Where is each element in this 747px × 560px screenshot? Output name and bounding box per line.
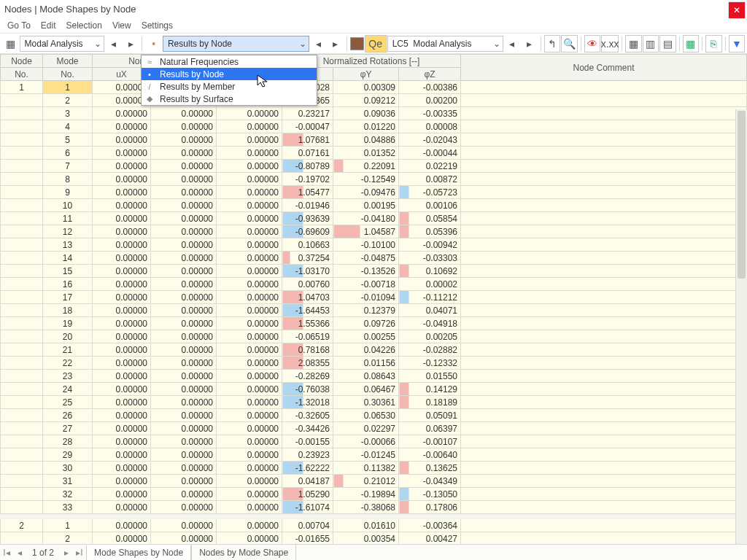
data-grid[interactable]: Node Mode Normalized Displacements [--] … [0,54,747,544]
table-row[interactable]: 240.000000.000000.00000-0.760380.064670.… [1,383,747,396]
menu-view[interactable]: View [108,19,136,32]
tool-find[interactable]: 🔍 [561,35,578,52]
nav-prev[interactable]: ◂ [13,548,26,558]
table-row[interactable]: 270.000000.000000.00000-0.344260.022970.… [1,422,747,435]
tool-table3[interactable]: ▤ [659,35,676,52]
tool-select[interactable]: ↰ [544,35,561,52]
table-row[interactable]: 140.000000.000000.000000.37254-0.04875-0… [1,252,747,265]
table-row[interactable]: 280.000000.000000.00000-0.00155-0.00066-… [1,435,747,448]
scrollbar-thumb[interactable] [738,111,746,279]
dd-results-node[interactable]: •Results by Node [142,68,317,80]
tool-table2[interactable]: ▥ [643,35,659,52]
close-icon: ✕ [733,5,740,15]
table-row[interactable]: 30.000000.000000.000000.232170.09036-0.0… [1,107,747,120]
table-row[interactable]: 210.000000.000000.000000.781680.04226-0.… [1,343,747,357]
table-row[interactable]: 250.000000.000000.00000-1.320180.303610.… [1,396,747,409]
surface-icon: ◆ [144,94,155,104]
table-row[interactable]: 260.000000.000000.00000-0.326050.065300.… [1,409,747,422]
col-comment[interactable]: Node Comment [461,55,747,81]
nav-first[interactable]: I◂ [0,548,13,558]
table-row[interactable]: 130.000000.000000.000000.10663-0.10100-0… [1,238,747,252]
toolbar: ▦ Modal Analysis⌄ ◂ ▸ • Results by Node⌄… [0,33,747,54]
table-row[interactable]: 100.000000.000000.00000-0.019460.001950.… [1,199,747,212]
table-row[interactable]: 170.000000.000000.000001.04703-0.01094-0… [1,291,747,304]
prev-analysis[interactable]: ◂ [105,35,122,52]
window-title: Nodes | Mode Shapes by Node [4,4,136,15]
table-row[interactable]: 80.000000.000000.00000-0.19702-0.125490.… [1,173,747,186]
combo-analysis[interactable]: Modal Analysis⌄ [20,36,105,52]
table-row[interactable]: 120.000000.000000.00000-0.696091.045870.… [1,225,747,238]
table-row[interactable]: 190.000000.000000.000001.553660.09726-0.… [1,317,747,330]
table-row[interactable]: 210.000000.000000.000000.007040.01610-0.… [1,519,747,532]
line-icon: / [144,82,155,92]
table-row[interactable]: 180.000000.000000.00000-1.644530.123790.… [1,304,747,317]
tool-export[interactable]: ⎘ [705,35,722,52]
table-row[interactable]: 70.000000.000000.00000-0.807890.220910.0… [1,160,747,173]
col-node[interactable]: Node [1,55,43,68]
table-row[interactable]: 110.000000.000000.00000-0.000280.00309-0… [1,81,747,94]
nav-last[interactable]: ▸I [73,548,86,558]
table-row[interactable]: 200.000000.000000.00000-0.065190.002550.… [1,330,747,343]
results-dropdown: ≈Natural Frequencies •Results by Node /R… [141,55,317,106]
tool-view[interactable]: 👁 [584,35,601,52]
dd-results-member[interactable]: /Results by Member [142,80,317,93]
table-row[interactable]: 20.000000.000000.00000-0.016550.003540.0… [1,532,747,544]
table-row[interactable]: 300.000000.000000.00000-1.622220.113820.… [1,462,747,475]
prev-result[interactable]: ◂ [310,35,327,52]
table-row[interactable]: 40.000000.000000.00000-0.000470.012200.0… [1,120,747,133]
menu-settings[interactable]: Settings [137,19,177,32]
modal-icon: ▦ [2,35,19,52]
vertical-scrollbar[interactable] [735,109,747,544]
menubar: Go To Edit Selection View Settings [0,18,747,33]
tool-filter[interactable]: ▼ [729,35,746,52]
page-indicator: 1 of 2 [26,548,60,558]
table-row[interactable]: 50.000000.000000.000001.076810.04886-0.0… [1,133,747,147]
results-table: Node Mode Normalized Displacements [--] … [0,54,747,544]
table-row[interactable]: 220.000000.000000.000002.083550.01156-0.… [1,357,747,370]
chevron-down-icon: ⌄ [491,39,503,49]
tool-chart[interactable]: ▦ [683,35,700,52]
table-row[interactable]: 60.000000.000000.000000.071610.01352-0.0… [1,147,747,160]
menu-edit[interactable]: Edit [36,19,61,32]
close-button[interactable]: ✕ [729,2,745,18]
next-lc[interactable]: ▸ [521,35,538,52]
table-row[interactable]: 310.000000.000000.000000.041870.21012-0.… [1,475,747,488]
table-row[interactable]: 90.000000.000000.000001.05477-0.09476-0.… [1,186,747,199]
chevron-down-icon: ⌄ [92,39,104,49]
table-row[interactable]: 160.000000.000000.000000.00760-0.007180.… [1,278,747,291]
tool-format[interactable]: x.xx [601,35,619,52]
prev-lc[interactable]: ◂ [504,35,521,52]
tab-nodes-by-mode[interactable]: Nodes by Mode Shape [191,545,296,560]
dd-natural-freq[interactable]: ≈Natural Frequencies [142,55,317,68]
menu-selection[interactable]: Selection [62,19,107,32]
color-swatch[interactable] [350,37,364,50]
combo-results[interactable]: Results by Node⌄ [163,36,309,52]
next-result[interactable]: ▸ [327,35,344,52]
tool-table1[interactable]: ▦ [625,35,642,52]
titlebar: Nodes | Mode Shapes by Node ✕ [0,0,747,18]
dot-icon: • [144,69,155,79]
menu-goto[interactable]: Go To [3,19,35,32]
lc-box[interactable]: Qe [365,35,387,52]
nav-next[interactable]: ▸ [60,548,73,558]
table-row[interactable]: 150.000000.000000.00000-1.03170-0.135260… [1,265,747,278]
dot-icon: • [145,35,162,52]
table-row[interactable]: 230.000000.000000.00000-0.282690.086430.… [1,370,747,383]
wave-icon: ≈ [144,57,155,67]
chevron-down-icon: ⌄ [297,39,309,49]
tab-mode-shapes[interactable]: Mode Shapes by Node [86,545,191,560]
next-analysis[interactable]: ▸ [123,35,139,52]
table-row[interactable]: 330.000000.000000.00000-1.61074-0.380680… [1,501,747,514]
combo-loadcase[interactable]: LC5 Modal Analysis⌄ [387,36,503,52]
table-row[interactable]: 290.000000.000000.000000.23923-0.01245-0… [1,448,747,462]
dd-results-surface[interactable]: ◆Results by Surface [142,93,317,105]
table-row[interactable]: 110.000000.000000.00000-0.93639-0.041800… [1,212,747,225]
table-row[interactable]: 20.000000.000000.00000-0.093650.092120.0… [1,94,747,107]
table-row[interactable]: 320.000000.000000.000001.05290-0.19894-0… [1,488,747,501]
col-mode[interactable]: Mode [43,55,93,68]
statusbar: I◂ ◂ 1 of 2 ▸ ▸I Mode Shapes by Node Nod… [0,544,747,560]
